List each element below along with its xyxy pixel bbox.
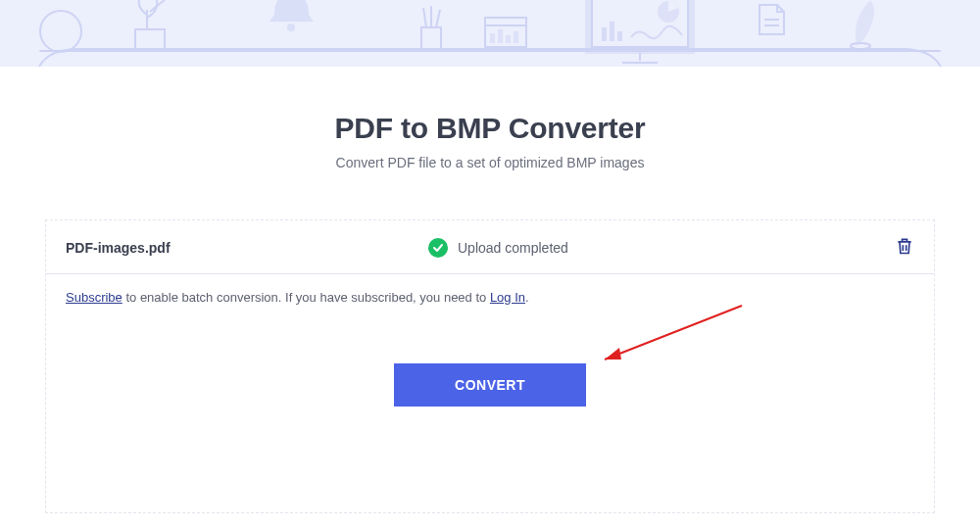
page-subtitle: Convert PDF file to a set of optimized B… [0,155,980,170]
page-title: PDF to BMP Converter [0,112,980,145]
page-header: PDF to BMP Converter Convert PDF file to… [0,67,980,170]
convert-button[interactable]: CONVERT [394,363,586,407]
subscribe-link[interactable]: Subscribe [66,290,122,305]
upload-status-text: Upload completed [458,240,568,256]
svg-rect-19 [617,31,622,41]
note-end: . [525,290,529,305]
note-text-1: to enable batch conversion. If you have … [122,290,490,305]
delete-file-button[interactable] [895,236,914,258]
svg-rect-10 [506,35,511,43]
svg-line-5 [436,10,440,27]
file-row: PDF-images.pdf Upload completed [46,220,934,274]
svg-point-1 [287,24,295,31]
login-link[interactable]: Log In [490,290,525,305]
svg-rect-0 [135,29,165,49]
check-circle-icon [428,238,448,258]
svg-rect-17 [602,27,607,41]
svg-rect-2 [421,27,441,49]
svg-rect-18 [610,22,614,41]
upload-panel: PDF-images.pdf Upload completed Subscrib… [45,219,935,513]
svg-rect-8 [490,33,495,43]
hero-decorative-icons [0,0,980,67]
svg-rect-9 [498,29,503,43]
subscribe-note: Subscribe to enable batch conversion. If… [46,274,934,320]
convert-row: CONVERT [46,320,934,407]
file-name: PDF-images.pdf [66,240,428,256]
svg-point-22 [851,43,870,49]
hero-banner [0,0,980,67]
svg-rect-11 [514,31,518,43]
upload-status: Upload completed [428,238,568,258]
svg-line-3 [423,8,426,27]
svg-marker-26 [605,348,621,359]
